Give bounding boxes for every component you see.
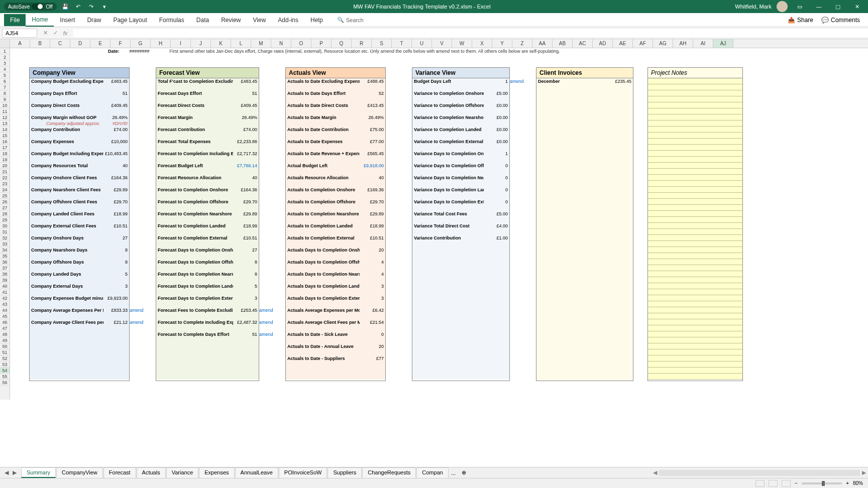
row-header-31[interactable]: 31 bbox=[0, 229, 10, 235]
col-header-AB[interactable]: AB bbox=[553, 39, 573, 48]
note-line[interactable] bbox=[648, 120, 742, 127]
qat-more-icon[interactable]: ▾ bbox=[100, 2, 109, 11]
table-row[interactable] bbox=[30, 217, 129, 223]
tab-insert[interactable]: Insert bbox=[54, 14, 81, 26]
row-header-10[interactable]: 10 bbox=[0, 102, 10, 108]
note-line[interactable] bbox=[648, 253, 742, 259]
note-line[interactable] bbox=[648, 319, 742, 325]
table-row[interactable] bbox=[286, 217, 385, 223]
row-header-5[interactable]: 5 bbox=[0, 72, 10, 78]
table-row[interactable]: Company Nearshore Client Fees£29.89 bbox=[30, 187, 129, 193]
table-row[interactable] bbox=[30, 169, 129, 175]
col-header-W[interactable]: W bbox=[452, 39, 472, 48]
accept-formula-icon[interactable]: ✓ bbox=[51, 29, 59, 37]
col-header-X[interactable]: X bbox=[472, 39, 492, 48]
table-row[interactable]: Company Landed Days5 bbox=[30, 271, 129, 277]
save-icon[interactable]: 💾 bbox=[61, 2, 70, 11]
table-row[interactable]: Actuals to Date Expenses£77.00 bbox=[286, 139, 385, 145]
table-row[interactable] bbox=[30, 229, 129, 235]
tab-data[interactable]: Data bbox=[190, 14, 215, 26]
table-row[interactable] bbox=[30, 301, 129, 307]
table-row[interactable]: Forecast Direct Costs£409.45 bbox=[156, 102, 259, 108]
comments-button[interactable]: 💬 Comments bbox=[817, 15, 864, 26]
note-line[interactable] bbox=[648, 205, 742, 211]
table-row[interactable]: Company Nearshore Days8 bbox=[30, 247, 129, 253]
note-line[interactable] bbox=[648, 181, 742, 187]
table-row[interactable] bbox=[156, 181, 259, 187]
table-row[interactable]: Actuals to Completion External£10.51 bbox=[286, 235, 385, 241]
table-row[interactable]: Actuals to Completion Offshore£29.70 bbox=[286, 199, 385, 205]
table-row[interactable]: Actuals to Date - Annual Leave20 bbox=[286, 343, 385, 349]
table-row[interactable]: Company Direct Costs£409.45 bbox=[30, 102, 129, 108]
note-line[interactable] bbox=[648, 307, 742, 313]
table-row[interactable]: Company Average Client Fees per Month£21… bbox=[30, 319, 129, 325]
col-header-AG[interactable]: AG bbox=[653, 39, 673, 48]
avatar[interactable] bbox=[777, 1, 788, 12]
row-header-12[interactable]: 12 bbox=[0, 114, 10, 120]
row-header-17[interactable]: 17 bbox=[0, 145, 10, 151]
row-header-54[interactable]: 54 bbox=[0, 368, 10, 374]
note-line[interactable] bbox=[648, 271, 742, 277]
table-row[interactable]: Forecast Days to Completion Onshore27 bbox=[156, 247, 259, 253]
table-row[interactable] bbox=[412, 133, 509, 139]
table-row[interactable]: Company Expenses£10,000 bbox=[30, 139, 129, 145]
col-header-T[interactable]: T bbox=[392, 39, 412, 48]
table-row[interactable] bbox=[286, 301, 385, 307]
note-line[interactable] bbox=[648, 361, 742, 368]
table-row[interactable] bbox=[156, 84, 259, 90]
table-row[interactable]: Forecast Days to Completion Landed5 bbox=[156, 283, 259, 289]
note-line[interactable] bbox=[648, 102, 742, 108]
table-row[interactable] bbox=[156, 229, 259, 235]
note-line[interactable] bbox=[648, 229, 742, 235]
table-row[interactable] bbox=[286, 108, 385, 114]
col-header-E[interactable]: E bbox=[90, 39, 111, 48]
table-row[interactable]: Forecast Contribution£74.00 bbox=[156, 127, 259, 133]
table-row[interactable]: Variance to Completion Nearshore£0.00 bbox=[412, 114, 509, 120]
note-line[interactable] bbox=[648, 349, 742, 355]
note-line[interactable] bbox=[648, 374, 742, 380]
table-row[interactable] bbox=[412, 96, 509, 102]
row-header-20[interactable]: 20 bbox=[0, 163, 10, 169]
table-row[interactable] bbox=[286, 325, 385, 331]
table-row[interactable] bbox=[286, 84, 385, 90]
table-row[interactable] bbox=[286, 253, 385, 259]
table-row[interactable]: Variance Contribution£1.00 bbox=[412, 235, 509, 241]
autosave-toggle[interactable]: AutoSave Off bbox=[4, 3, 57, 11]
table-row[interactable]: Variance Days to Completion Nearshore0 bbox=[412, 175, 509, 181]
table-row[interactable] bbox=[412, 145, 509, 151]
table-row[interactable]: Actuals Days to Completion Onshore20 bbox=[286, 247, 385, 253]
row-header-33[interactable]: 33 bbox=[0, 241, 10, 247]
table-row[interactable] bbox=[156, 241, 259, 247]
col-header-H[interactable]: H bbox=[151, 39, 171, 48]
col-header-D[interactable]: D bbox=[70, 39, 90, 48]
col-header-M[interactable]: M bbox=[251, 39, 271, 48]
note-line[interactable] bbox=[648, 325, 742, 331]
table-row[interactable]: Company External Days3 bbox=[30, 283, 129, 289]
row-header-34[interactable]: 34 bbox=[0, 247, 10, 253]
table-row[interactable]: Company Days Effort51 bbox=[30, 90, 129, 96]
note-line[interactable] bbox=[648, 368, 742, 374]
note-line[interactable] bbox=[648, 139, 742, 145]
table-row[interactable] bbox=[30, 289, 129, 295]
row-header-8[interactable]: 8 bbox=[0, 90, 10, 96]
table-row[interactable]: Actuals Days to Completion Landed3 bbox=[286, 283, 385, 289]
note-line[interactable] bbox=[648, 175, 742, 181]
note-line[interactable] bbox=[648, 133, 742, 139]
row-header-36[interactable]: 36 bbox=[0, 259, 10, 265]
row-header-15[interactable]: 15 bbox=[0, 133, 10, 139]
col-header-S[interactable]: S bbox=[372, 39, 392, 48]
table-row[interactable] bbox=[286, 277, 385, 283]
table-row[interactable] bbox=[156, 108, 259, 114]
table-row[interactable] bbox=[30, 253, 129, 259]
table-row[interactable]: Forecast Days to Completion Nearshore8 bbox=[156, 271, 259, 277]
row-header-47[interactable]: 47 bbox=[0, 325, 10, 331]
row-header-19[interactable]: 19 bbox=[0, 157, 10, 163]
table-row[interactable] bbox=[156, 301, 259, 307]
col-header-AH[interactable]: AH bbox=[673, 39, 693, 48]
table-row[interactable]: Budget Days Left1 bbox=[412, 78, 509, 84]
table-row[interactable] bbox=[156, 145, 259, 151]
col-header-AI[interactable]: AI bbox=[693, 39, 713, 48]
table-row[interactable] bbox=[156, 265, 259, 271]
row-header-18[interactable]: 18 bbox=[0, 151, 10, 157]
table-row[interactable] bbox=[156, 313, 259, 319]
